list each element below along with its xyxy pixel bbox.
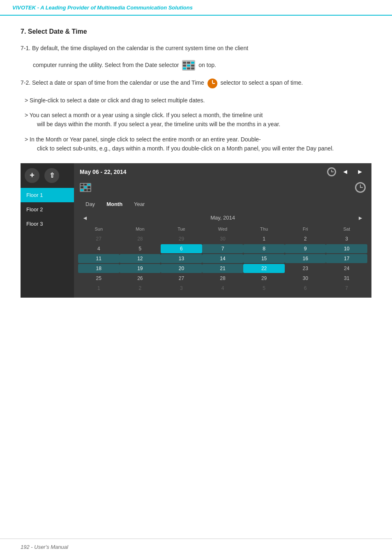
cal-cell[interactable]: 13 <box>161 254 202 263</box>
cal-cell[interactable]: 21 <box>202 264 244 273</box>
cal-cell[interactable]: 5 <box>243 284 285 293</box>
weekday-mon: Mon <box>120 225 161 233</box>
para-1-start: 7-1. By default, the time displayed on t… <box>21 45 248 51</box>
cal-cell[interactable]: 4 <box>202 284 244 293</box>
upload-button[interactable]: ⇧ <box>44 168 59 183</box>
page-footer: 192 - User's Manual <box>0 539 392 555</box>
cal-cell[interactable]: 29 <box>243 274 285 283</box>
para-1-end: on top. <box>198 62 216 68</box>
cal-tabs: Day Month Year <box>74 197 371 211</box>
bullet-2-start: > You can select a month or a year using… <box>25 112 263 118</box>
sidebar: + ⇧ Floor 1 Floor 2 Floor 3 <box>21 163 74 298</box>
cal-cell[interactable]: 26 <box>120 274 161 283</box>
header-title: VIVOTEK - A Leading Provider of Multimed… <box>12 5 193 11</box>
cal-cell[interactable]: 3 <box>326 234 367 243</box>
main-content: 7. Select Date & Time 7-1. By default, t… <box>0 16 392 539</box>
sidebar-item-floor2[interactable]: Floor 2 <box>21 202 74 217</box>
cal-cell[interactable]: 1 <box>243 234 285 243</box>
bullet-2-indent: will be days within the month. If you se… <box>33 120 371 129</box>
tab-day[interactable]: Day <box>80 199 101 209</box>
tab-year[interactable]: Year <box>128 199 150 209</box>
cal-cell[interactable]: 31 <box>326 274 367 283</box>
cal-cell[interactable]: 20 <box>161 264 202 273</box>
cal-cell[interactable]: 22 <box>243 264 285 273</box>
sidebar-item-floor3[interactable]: Floor 3 <box>21 217 74 231</box>
para-1-indent-text: computer running the utility. Select fro… <box>33 62 179 68</box>
cal-prev-button[interactable]: ◄ <box>339 167 351 176</box>
cal-cell[interactable]: 11 <box>78 254 120 263</box>
cal-month-next[interactable]: ► <box>355 214 366 222</box>
cal-time-icon[interactable] <box>355 182 366 193</box>
para-2-end: selector to select a span of time. <box>220 79 303 86</box>
page: VIVOTEK - A Leading Provider of Multimed… <box>0 0 392 555</box>
cal-cell[interactable]: 19 <box>120 264 161 273</box>
weekday-tue: Tue <box>161 225 202 233</box>
para-1: 7-1. By default, the time displayed on t… <box>21 44 371 53</box>
cal-cell[interactable]: 16 <box>285 254 326 263</box>
cal-week-row: 25262728293031 <box>78 274 367 283</box>
cal-month-nav: ◄ May, 2014 ► <box>74 211 371 224</box>
section-title: 7. Select Date & Time <box>21 28 371 35</box>
para-1-indent: computer running the utility. Select fro… <box>33 60 371 71</box>
cal-date-range: May 06 - 22, 2014 <box>80 169 324 175</box>
cal-week-row: 11121314151617 <box>78 254 367 263</box>
cal-next-button[interactable]: ► <box>354 167 366 176</box>
cal-cell[interactable]: 28 <box>120 234 161 243</box>
cal-cell[interactable]: 9 <box>285 244 326 253</box>
cal-week-header: Sun Mon Tue Wed Thu Fri Sat <box>78 225 367 233</box>
bullet-1-text: > Single-click to select a date or click… <box>25 97 205 104</box>
tab-month[interactable]: Month <box>101 199 128 209</box>
cal-cell[interactable]: 3 <box>161 284 202 293</box>
cal-cell[interactable]: 24 <box>326 264 367 273</box>
cal-cell[interactable]: 30 <box>202 234 244 243</box>
bullet-1: > Single-click to select a date or click… <box>21 96 371 105</box>
cal-cell[interactable]: 10 <box>326 244 367 253</box>
cal-header: May 06 - 22, 2014 ◄ ► <box>74 163 371 180</box>
cal-cell[interactable]: 2 <box>120 284 161 293</box>
cal-cell[interactable]: 14 <box>202 254 244 263</box>
cal-cell[interactable]: 25 <box>78 274 120 283</box>
cal-cell[interactable]: 4 <box>78 244 120 253</box>
add-button[interactable]: + <box>25 168 39 183</box>
sidebar-item-floor1[interactable]: Floor 1 <box>21 188 74 202</box>
bullet-3: > In the Month or Year panel, single cli… <box>21 135 371 153</box>
cal-cell[interactable]: 5 <box>120 244 161 253</box>
cal-cell[interactable]: 12 <box>120 254 161 263</box>
cal-week-row: 45678910 <box>78 244 367 253</box>
cal-cell[interactable]: 8 <box>243 244 285 253</box>
cal-grid: Sun Mon Tue Wed Thu Fri Sat 272829301234… <box>74 224 371 298</box>
cal-cell[interactable]: 30 <box>285 274 326 283</box>
cal-cell[interactable]: 2 <box>285 234 326 243</box>
cal-cell[interactable]: 27 <box>161 274 202 283</box>
cal-icon-row <box>74 180 371 197</box>
cal-cell[interactable]: 15 <box>243 254 285 263</box>
cal-date-icon[interactable] <box>80 183 91 192</box>
cal-cell[interactable]: 17 <box>326 254 367 263</box>
calendar-panel: May 06 - 22, 2014 ◄ ► <box>74 163 371 298</box>
cal-cell[interactable]: 6 <box>161 244 202 253</box>
date-selector-icon <box>182 60 195 71</box>
cal-cell[interactable]: 7 <box>202 244 244 253</box>
cal-month-prev[interactable]: ◄ <box>80 214 90 222</box>
cal-cell[interactable]: 7 <box>326 284 367 293</box>
weekday-thu: Thu <box>243 225 285 233</box>
cal-cell[interactable]: 23 <box>285 264 326 273</box>
sidebar-top: + ⇧ <box>21 163 74 188</box>
cal-cell[interactable]: 29 <box>161 234 202 243</box>
weekday-sat: Sat <box>326 225 367 233</box>
page-header: VIVOTEK - A Leading Provider of Multimed… <box>0 0 392 16</box>
bullet-3-indent-text: click to select sub-units, e.g., days wi… <box>37 145 334 152</box>
bullet-3-start: > In the Month or Year panel, single cli… <box>25 136 261 143</box>
cal-cell[interactable]: 27 <box>78 234 120 243</box>
cal-cell[interactable]: 1 <box>78 284 120 293</box>
bullet-2-indent-text: will be days within the month. If you se… <box>37 121 280 127</box>
cal-cell[interactable]: 6 <box>285 284 326 293</box>
cal-cell[interactable]: 18 <box>78 264 120 273</box>
para-2: 7-2. Select a date or span of time from … <box>21 78 371 88</box>
cal-week-row: 1234567 <box>78 284 367 293</box>
weekday-sun: Sun <box>78 225 120 233</box>
cal-cell[interactable]: 28 <box>202 274 244 283</box>
weekday-wed: Wed <box>202 225 244 233</box>
footer-text: 192 - User's Manual <box>21 544 68 550</box>
cal-month-label: May, 2014 <box>90 215 355 221</box>
